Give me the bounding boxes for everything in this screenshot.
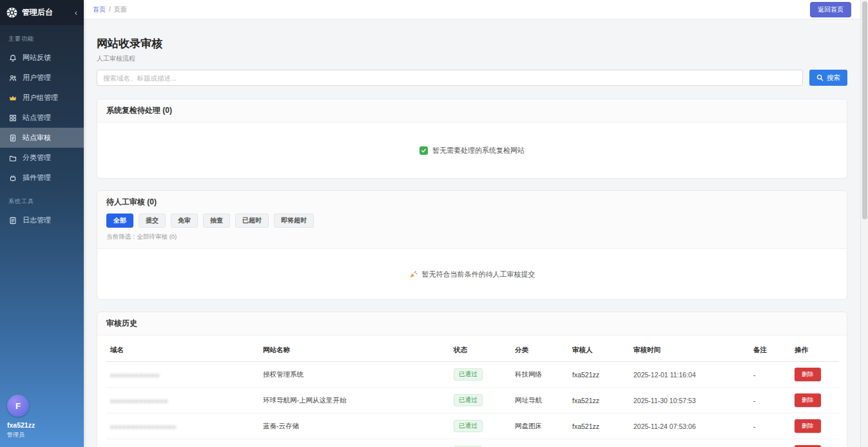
table-row: ●●●●●●●●●●●●●●环球导航网-上网从这里开始已通过网址导航fxa521… (106, 388, 839, 413)
filter-chip-1[interactable]: 提交 (139, 214, 166, 228)
cell-review-time: 2025-11-24 07:53:06 (630, 413, 749, 439)
sidebar-item-label: 站点管理 (23, 113, 51, 123)
doc-check-icon (8, 134, 17, 142)
nav-section-label: 主要功能 (0, 25, 84, 48)
column-header: 备注 (749, 338, 791, 362)
cell-category: 网盘图床 (511, 413, 568, 439)
cell-review-time: 2025-11-30 10:57:53 (630, 388, 749, 413)
main-area: 首页 / 页面 返回首页 网站收录审核 人工审核流程 搜索 系统 (84, 0, 860, 447)
recheck-empty-state: 暂无需要处理的系统复检网站 (97, 123, 847, 178)
crown-icon (8, 94, 17, 102)
cell-actions: 删除 (791, 413, 839, 439)
cell-domain: ●●●●●●●●●●●● (106, 362, 259, 388)
cell-note: - (749, 388, 791, 413)
breadcrumb-home-link[interactable]: 首页 (93, 5, 106, 14)
sidebar-nav: 主要功能网站反馈用户管理用户组管理站点管理站点审核分类管理插件管理系统工具日志管… (0, 25, 84, 230)
delete-button[interactable]: 删除 (795, 368, 821, 381)
sidebar-item-label: 站点审核 (23, 133, 51, 143)
cell-actions: 删除 (791, 362, 839, 388)
gear-icon (6, 7, 17, 18)
history-title: 审核历史 (106, 319, 137, 328)
log-icon (8, 216, 17, 224)
check-icon (420, 146, 428, 155)
sidebar-item-plugins[interactable]: 插件管理 (0, 168, 84, 188)
cell-note: - (749, 439, 791, 447)
sidebar-item-label: 用户组管理 (23, 93, 58, 103)
collapse-sidebar-icon[interactable]: ‹ (75, 8, 77, 17)
status-badge: 已通过 (454, 420, 483, 432)
column-header: 审核人 (568, 338, 630, 362)
redacted-domain: ●●●●●●●●●●●● (110, 372, 160, 379)
cell-status: 已通过 (450, 388, 511, 413)
table-row: ●●●●●●●●●●●●飞鱼网盘-免费云盘｜文件共享托...已通过网盘图床fxa… (106, 439, 839, 447)
cell-reviewer: fxa521zz (568, 413, 630, 439)
delete-button[interactable]: 删除 (795, 393, 821, 407)
table-body: ●●●●●●●●●●●●授权管理系统已通过科技网络fxa521zz2025-12… (106, 362, 839, 447)
sidebar-item-logs[interactable]: 日志管理 (0, 210, 84, 230)
filter-chip-4[interactable]: 已超时 (235, 214, 269, 228)
cell-site-name: 环球导航网-上网从这里开始 (259, 388, 450, 413)
filter-chips: 全部提交免审抽查已超时即将超时 (106, 214, 838, 228)
folder-icon (8, 154, 17, 162)
filter-caption: 当前筛选：全部待审核 (0) (106, 233, 838, 241)
sidebar-item-site-review[interactable]: 站点审核 (0, 128, 84, 148)
redacted-domain: ●●●●●●●●●●●●●● (110, 398, 168, 404)
filter-chip-5[interactable]: 即将超时 (274, 214, 314, 228)
cell-note: - (749, 413, 791, 439)
column-header: 状态 (450, 338, 511, 362)
column-header: 分类 (511, 338, 568, 362)
avatar: F (7, 395, 29, 417)
page-title: 网站收录审核 (97, 36, 847, 51)
sidebar-item-label: 日志管理 (23, 215, 51, 225)
bell-icon (8, 54, 17, 62)
history-table-wrap: 域名网站名称状态分类审核人审核时间备注操作 ●●●●●●●●●●●●授权管理系统… (97, 335, 847, 447)
sidebar-item-user-groups[interactable]: 用户组管理 (0, 88, 84, 108)
cell-status: 已通过 (450, 413, 511, 439)
sidebar-item-label: 分类管理 (23, 153, 51, 163)
page-content: 网站收录审核 人工审核流程 搜索 系统复检待处理 (0) (84, 19, 860, 447)
app-logo: 管理后台 ‹ (0, 0, 84, 25)
breadcrumb-current: 页面 (114, 5, 127, 14)
user-role: 管理员 (7, 431, 35, 439)
cell-reviewer: fxa521zz (568, 439, 630, 447)
breadcrumb-separator: / (109, 6, 111, 13)
cell-domain: ●●●●●●●●●●●●●●●● (106, 413, 259, 439)
table-header-row: 域名网站名称状态分类审核人审核时间备注操作 (106, 338, 839, 362)
cell-site-name: 蓝奏-云存储 (259, 413, 450, 439)
search-button-label: 搜索 (827, 74, 840, 83)
cell-review-time: 2025-11-24 07:48:46 (630, 439, 749, 447)
sidebar-item-categories[interactable]: 分类管理 (0, 148, 84, 168)
recheck-card: 系统复检待处理 (0) 暂无需要处理的系统复检网站 (97, 99, 847, 179)
recheck-count: (0) (162, 106, 172, 115)
search-input[interactable] (97, 70, 803, 86)
pending-empty-text: 暂无符合当前条件的待人工审核提交 (422, 270, 535, 279)
sidebar-item-sites[interactable]: 站点管理 (0, 108, 84, 128)
app-title: 管理后台 (22, 7, 53, 18)
back-home-button[interactable]: 返回首页 (810, 2, 851, 17)
filter-chip-3[interactable]: 抽查 (203, 214, 230, 228)
scrollbar-thumb[interactable] (862, 1, 867, 219)
pending-card-header: 待人工审核 (0) 全部提交免审抽查已超时即将超时 当前筛选：全部待审核 (0) (97, 191, 847, 249)
page-scrollbar[interactable] (860, 0, 868, 447)
recheck-title: 系统复检待处理 (106, 106, 160, 115)
recheck-card-header: 系统复检待处理 (0) (97, 99, 847, 123)
sidebar-item-feedback[interactable]: 网站反馈 (0, 48, 84, 68)
cell-category: 网盘图床 (511, 439, 568, 447)
sidebar-item-users[interactable]: 用户管理 (0, 68, 84, 88)
filter-chip-2[interactable]: 免审 (171, 214, 198, 228)
history-card-header: 审核历史 (97, 312, 847, 335)
search-button[interactable]: 搜索 (809, 70, 847, 86)
delete-button[interactable]: 删除 (795, 419, 821, 433)
pending-count: (0) (147, 197, 157, 206)
cell-site-name: 飞鱼网盘-免费云盘｜文件共享托... (259, 439, 450, 447)
cell-domain: ●●●●●●●●●●●●●● (106, 388, 259, 413)
pending-title: 待人工审核 (106, 197, 145, 206)
filter-chip-0[interactable]: 全部 (106, 214, 133, 228)
cell-reviewer: fxa521zz (568, 362, 630, 388)
history-table: 域名网站名称状态分类审核人审核时间备注操作 ●●●●●●●●●●●●授权管理系统… (106, 338, 839, 447)
sidebar-item-label: 插件管理 (23, 173, 51, 183)
cell-reviewer: fxa521zz (568, 388, 630, 413)
page-subtitle: 人工审核流程 (97, 54, 847, 63)
user-block[interactable]: F fxa521zz 管理员 (7, 395, 35, 439)
sidebar-item-label: 用户管理 (23, 73, 51, 83)
